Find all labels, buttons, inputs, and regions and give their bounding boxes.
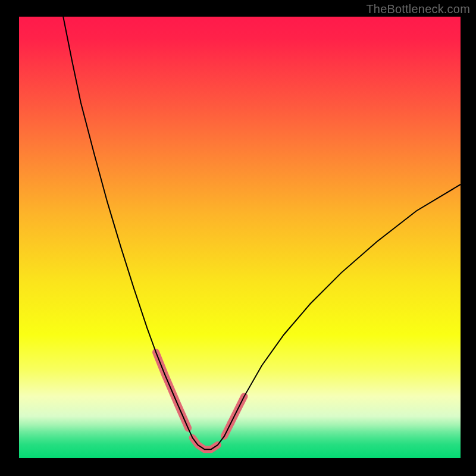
bottleneck-chart <box>0 0 476 476</box>
gradient-background <box>19 17 461 458</box>
watermark-text: TheBottleneck.com <box>366 2 470 16</box>
chart-stage: TheBottleneck.com <box>0 0 476 476</box>
